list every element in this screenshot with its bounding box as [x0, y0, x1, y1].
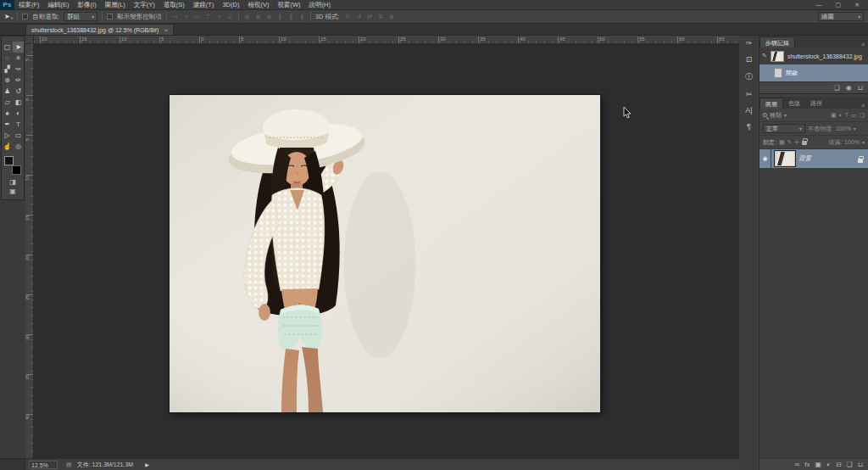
- move-tool[interactable]: ➤: [13, 42, 24, 53]
- new-document-from-state-icon[interactable]: ❏: [834, 84, 840, 92]
- ruler-corner[interactable]: [25, 36, 34, 44]
- clone-source-panel-icon[interactable]: ⊡: [746, 55, 753, 64]
- align-icon-3[interactable]: ⊤: [204, 14, 212, 20]
- chevron-down-icon[interactable]: ▾: [862, 139, 865, 145]
- history-snapshot-row[interactable]: ✎ shutterstock_136388432.jpg: [760, 48, 868, 64]
- horizontal-ruler[interactable]: 201510505101520253035404550556065: [34, 36, 739, 44]
- current-tool-chip[interactable]: ➤ ▾: [4, 13, 13, 20]
- eraser-tool[interactable]: ▱: [2, 97, 13, 108]
- lasso-tool[interactable]: ◌: [2, 53, 13, 64]
- chevron-down-icon[interactable]: ▾: [784, 112, 787, 118]
- zoom-level-field[interactable]: 12.5%: [29, 461, 58, 469]
- auto-select-dropdown[interactable]: 群組 ▾: [64, 12, 97, 21]
- document-tab[interactable]: shutterstock_136388432.jpg @ 12.5% (RGB/…: [25, 24, 174, 35]
- lock-position-icon[interactable]: ✛: [794, 139, 799, 146]
- panel-menu-icon[interactable]: ≡: [858, 42, 868, 48]
- vertical-ruler[interactable]: 50510152025303540: [25, 44, 34, 458]
- status-flyout-arrow[interactable]: ▶: [145, 462, 149, 467]
- history-brush-tool[interactable]: ↺: [13, 86, 24, 97]
- brush-tool[interactable]: ✏: [13, 75, 24, 86]
- close-button[interactable]: ✕: [854, 2, 860, 8]
- blend-mode-dropdown[interactable]: 正常 ▾: [763, 124, 805, 133]
- layer-row-background[interactable]: ◉ 背景: [760, 149, 868, 168]
- align-icon-5[interactable]: ⊥: [226, 14, 234, 20]
- layer-visibility-eye-icon[interactable]: ◉: [760, 149, 771, 168]
- lock-all-icon[interactable]: [802, 141, 807, 145]
- delete-state-icon[interactable]: ⊔: [858, 84, 863, 92]
- pen-tool[interactable]: ✒: [2, 119, 13, 130]
- menu-view[interactable]: 檢視(V): [243, 0, 273, 10]
- mode3d-icon-1[interactable]: ↺: [355, 14, 363, 20]
- filter-shape-layers-icon[interactable]: ▭: [851, 112, 857, 119]
- adjustment-layer-icon[interactable]: ◐: [826, 461, 831, 468]
- align-icon-0[interactable]: ⊣: [171, 14, 179, 20]
- quick-selection-tool[interactable]: ✳: [13, 53, 24, 64]
- history-brush-source-icon[interactable]: ✎: [762, 53, 767, 59]
- minimize-button[interactable]: —: [816, 2, 822, 8]
- show-transform-checkbox[interactable]: [107, 14, 113, 20]
- tab-channels[interactable]: 色版: [783, 98, 805, 109]
- align-icon-2[interactable]: ⊢: [193, 14, 201, 20]
- panel-menu-icon[interactable]: ≡: [858, 103, 868, 109]
- menu-type[interactable]: 文字(Y): [130, 0, 159, 10]
- clone-stamp-tool[interactable]: ♟: [2, 86, 13, 97]
- link-layers-icon[interactable]: ∞: [795, 461, 800, 468]
- screen-mode-button[interactable]: ▣: [2, 187, 24, 196]
- background-color-swatch[interactable]: [12, 165, 21, 175]
- filter-adjustment-layers-icon[interactable]: ◐: [839, 112, 843, 119]
- document-canvas[interactable]: [170, 95, 600, 412]
- menu-filter[interactable]: 濾鏡(T): [189, 0, 219, 10]
- path-selection-tool[interactable]: ▷: [2, 130, 13, 141]
- distribute-icon-5[interactable]: ∥: [298, 14, 306, 20]
- rectangular-marquee-tool[interactable]: ▢: [2, 42, 13, 53]
- tab-history[interactable]: 步驟記錄: [760, 36, 795, 48]
- new-snapshot-icon[interactable]: ◉: [846, 84, 852, 92]
- lock-image-pixels-icon[interactable]: ✎: [787, 139, 793, 146]
- lock-transparent-pixels-icon[interactable]: ▦: [779, 139, 785, 146]
- history-state-open[interactable]: 開啟: [760, 64, 868, 81]
- close-tab-icon[interactable]: ✕: [164, 27, 168, 33]
- menu-edit[interactable]: 編輯(E): [44, 0, 74, 10]
- menu-layer[interactable]: 圖層(L): [101, 0, 130, 10]
- zoom-tool[interactable]: ◎: [13, 141, 24, 152]
- tab-layers[interactable]: 圖層: [760, 98, 783, 109]
- type-tool[interactable]: T: [13, 119, 24, 130]
- hand-tool[interactable]: ☝: [2, 141, 13, 152]
- mode3d-icon-0[interactable]: ↻: [344, 14, 352, 20]
- workspace-switcher[interactable]: 繪圖 ▾: [818, 12, 864, 21]
- distribute-icon-4[interactable]: ∥: [287, 14, 295, 20]
- mode3d-icon-2[interactable]: ⇄: [366, 14, 374, 20]
- info-panel-icon[interactable]: ⓘ: [745, 71, 753, 82]
- foreground-color-swatch[interactable]: [4, 156, 14, 165]
- quick-mask-button[interactable]: ◨: [2, 177, 24, 187]
- chevron-down-icon[interactable]: ▾: [854, 126, 856, 131]
- menu-select[interactable]: 選取(S): [159, 0, 189, 10]
- auto-select-checkbox[interactable]: [22, 14, 28, 20]
- tab-paths[interactable]: 路徑: [805, 98, 827, 109]
- distribute-icon-1[interactable]: ≣: [254, 14, 262, 20]
- healing-brush-tool[interactable]: ⊕: [2, 75, 13, 86]
- delete-layer-icon[interactable]: ⊔: [858, 461, 863, 468]
- mode3d-icon-3[interactable]: ⇅: [377, 14, 385, 20]
- align-icon-1[interactable]: ≡: [182, 14, 190, 20]
- layer-thumbnail[interactable]: [775, 151, 795, 166]
- distribute-icon-0[interactable]: ≣: [243, 14, 251, 20]
- distribute-icon-3[interactable]: ∥: [276, 14, 284, 20]
- paragraph-panel-icon[interactable]: ¶: [747, 122, 751, 131]
- menu-window[interactable]: 視窗(W): [273, 0, 304, 10]
- dodge-tool[interactable]: ◐: [13, 108, 24, 119]
- properties-panel-icon[interactable]: ✂: [746, 90, 753, 98]
- align-icon-4[interactable]: ≡: [215, 14, 223, 20]
- gradient-tool[interactable]: ◧: [13, 97, 24, 108]
- opacity-value[interactable]: 100%: [836, 126, 851, 131]
- layer-style-icon[interactable]: fx: [804, 461, 810, 468]
- menu-help[interactable]: 說明(H): [305, 0, 335, 10]
- menu-file[interactable]: 檔案(F): [14, 0, 44, 10]
- canvas-pasteboard[interactable]: [34, 44, 739, 458]
- new-layer-icon[interactable]: ❏: [847, 461, 853, 468]
- shape-tool[interactable]: ▭: [13, 130, 24, 141]
- distribute-icon-2[interactable]: ≣: [265, 14, 273, 20]
- restore-button[interactable]: ▢: [836, 2, 842, 8]
- character-panel-icon[interactable]: A|: [745, 106, 752, 115]
- eyedropper-tool[interactable]: ✑: [13, 64, 24, 75]
